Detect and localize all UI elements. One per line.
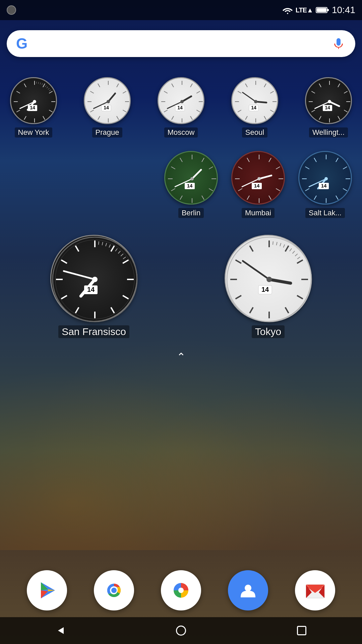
svg-line-180 bbox=[297, 296, 303, 299]
svg-text:14: 14 bbox=[325, 105, 330, 110]
search-input[interactable] bbox=[34, 37, 331, 50]
svg-line-39 bbox=[90, 91, 94, 93]
svg-line-177 bbox=[285, 246, 289, 252]
svg-line-118 bbox=[276, 189, 280, 191]
svg-line-68 bbox=[264, 116, 266, 119]
svg-point-130 bbox=[257, 177, 261, 180]
svg-line-124 bbox=[238, 167, 242, 169]
clock-label-saltlake: Salt Lak... bbox=[305, 208, 345, 218]
clock-face-prague: 14 bbox=[84, 77, 131, 124]
clock-item-moscow[interactable]: 14 Moscow bbox=[158, 77, 204, 138]
svg-line-98 bbox=[202, 158, 204, 162]
home-button[interactable] bbox=[168, 621, 194, 641]
svg-line-191 bbox=[283, 245, 285, 248]
svg-text:14: 14 bbox=[87, 286, 95, 293]
svg-line-15 bbox=[24, 84, 26, 87]
clock-item-berlin[interactable]: 14 Berlin bbox=[164, 151, 218, 218]
svg-line-19 bbox=[42, 83, 43, 85]
svg-line-132 bbox=[336, 158, 338, 162]
gmail-app[interactable] bbox=[295, 570, 335, 610]
svg-point-0 bbox=[287, 13, 288, 14]
svg-line-33 bbox=[123, 110, 126, 112]
svg-line-21 bbox=[47, 87, 48, 88]
photos-app[interactable] bbox=[161, 570, 201, 610]
svg-line-122 bbox=[238, 189, 242, 191]
svg-point-147 bbox=[324, 177, 328, 180]
back-button[interactable] bbox=[47, 621, 74, 641]
mic-icon[interactable] bbox=[331, 36, 346, 51]
svg-line-34 bbox=[117, 116, 119, 119]
clock-face-mumbai: 14 bbox=[231, 151, 285, 205]
gmail-icon bbox=[304, 580, 326, 601]
camera-icon bbox=[7, 5, 16, 15]
clock-item-seoul[interactable]: 14 Seoul bbox=[231, 77, 278, 138]
svg-line-178 bbox=[297, 260, 303, 263]
svg-line-154 bbox=[123, 296, 128, 299]
search-bar[interactable]: G bbox=[7, 30, 355, 57]
clock-item-saltlake[interactable]: 14 Salt Lak... bbox=[298, 151, 352, 218]
clock-face-berlin: 14 bbox=[164, 151, 218, 205]
svg-line-126 bbox=[259, 175, 272, 179]
svg-line-18 bbox=[40, 83, 41, 85]
svg-line-196 bbox=[269, 279, 291, 283]
svg-line-136 bbox=[336, 196, 338, 200]
svg-line-155 bbox=[111, 307, 114, 313]
clock-item-tokyo[interactable]: 14 Tokyo bbox=[225, 235, 312, 338]
clock-label-prague: Prague bbox=[92, 127, 123, 138]
recents-button[interactable] bbox=[288, 621, 315, 641]
svg-line-90 bbox=[311, 91, 315, 93]
recents-icon bbox=[297, 626, 306, 635]
svg-line-181 bbox=[285, 307, 289, 313]
svg-point-207 bbox=[111, 588, 117, 593]
clock-label-wellington: Wellingt... bbox=[309, 127, 348, 138]
svg-line-162 bbox=[99, 241, 99, 245]
clock-face-tokyo: 14 bbox=[225, 235, 312, 322]
clock-item-new-york[interactable]: 14 New York bbox=[10, 77, 57, 138]
svg-point-208 bbox=[178, 588, 184, 593]
svg-line-187 bbox=[250, 246, 253, 252]
battery-icon bbox=[316, 6, 329, 14]
svg-text:14: 14 bbox=[254, 183, 260, 189]
svg-line-115 bbox=[269, 158, 271, 162]
status-time: 10:41 bbox=[332, 5, 355, 15]
svg-line-165 bbox=[109, 245, 110, 248]
play-store-app[interactable] bbox=[27, 570, 67, 610]
chrome-app[interactable] bbox=[94, 570, 134, 610]
svg-line-194 bbox=[295, 254, 297, 256]
svg-line-81 bbox=[338, 84, 340, 87]
clock-item-mumbai[interactable]: 14 Mumbai bbox=[231, 151, 285, 218]
svg-line-119 bbox=[269, 196, 271, 200]
svg-line-53 bbox=[172, 116, 174, 119]
svg-line-195 bbox=[297, 257, 300, 259]
svg-line-102 bbox=[202, 196, 204, 200]
svg-point-79 bbox=[254, 100, 257, 103]
svg-text:14: 14 bbox=[177, 105, 183, 110]
status-bar: LTE▲ 10:41 bbox=[0, 0, 362, 20]
svg-line-108 bbox=[180, 158, 182, 162]
svg-line-84 bbox=[344, 110, 347, 112]
svg-line-151 bbox=[111, 246, 114, 252]
svg-line-139 bbox=[305, 189, 309, 191]
svg-line-135 bbox=[343, 189, 347, 191]
clock-item-san-francisco[interactable]: 14 San Fransisco bbox=[50, 235, 137, 338]
clock-row-top: 14 New York bbox=[7, 77, 355, 138]
svg-line-99 bbox=[209, 167, 213, 169]
chevron-up-indicator[interactable]: ⌃ bbox=[7, 348, 355, 366]
svg-line-8 bbox=[49, 110, 52, 112]
contacts-app[interactable] bbox=[228, 570, 268, 610]
clock-face-moscow: 14 bbox=[158, 77, 204, 124]
svg-line-104 bbox=[180, 196, 182, 200]
svg-line-164 bbox=[106, 243, 107, 247]
back-icon bbox=[55, 626, 65, 636]
photos-icon bbox=[170, 580, 192, 601]
svg-line-56 bbox=[164, 91, 167, 93]
clock-item-wellington[interactable]: 14 Wellingt... bbox=[305, 77, 352, 138]
chevron-up-icon: ⌃ bbox=[177, 352, 186, 362]
main-content: G bbox=[0, 20, 362, 584]
svg-line-152 bbox=[123, 260, 128, 263]
svg-line-48 bbox=[196, 91, 200, 93]
clock-label-moscow: Moscow bbox=[164, 127, 198, 138]
clock-item-prague[interactable]: 14 Prague bbox=[84, 77, 131, 138]
svg-line-101 bbox=[209, 189, 213, 191]
clock-label-seoul: Seoul bbox=[242, 127, 267, 138]
